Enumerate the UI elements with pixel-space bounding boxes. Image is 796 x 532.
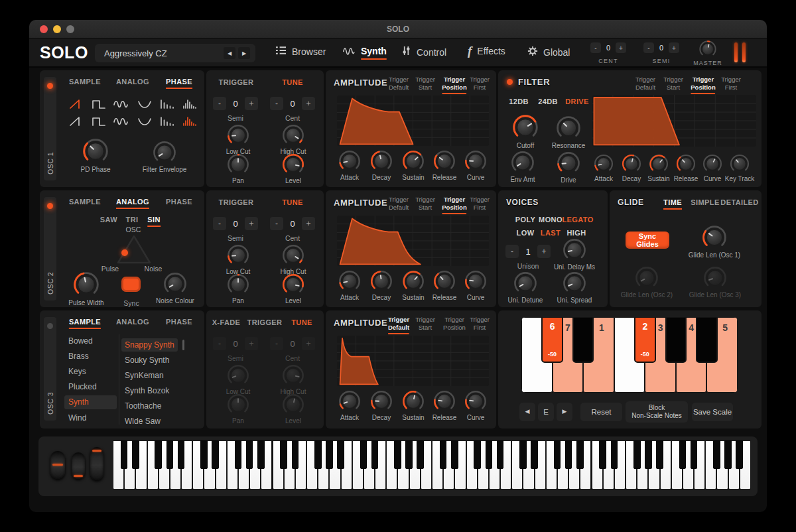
osc1-tab-trigger[interactable]: TRIGGER [219, 78, 254, 86]
minus-button[interactable]: - [270, 217, 283, 230]
curve-knob[interactable]: Curve [464, 270, 487, 293]
piano-black-key[interactable] [371, 440, 379, 469]
mod-wheel[interactable] [72, 452, 85, 479]
release-knob[interactable]: Release [433, 390, 456, 413]
filter-envelope-knob[interactable]: Filter Envelope [153, 141, 176, 165]
reset-button[interactable]: Reset [580, 403, 622, 421]
waveform-square-icon[interactable] [91, 98, 107, 110]
osc2-shape-saw[interactable]: SAW [100, 216, 117, 224]
osc1-tab-tune[interactable]: TUNE [282, 78, 303, 86]
piano-black-key[interactable] [257, 440, 265, 469]
scale-key-A#[interactable] [696, 317, 718, 363]
mix-pad[interactable] [116, 234, 152, 265]
filter-curve-knob[interactable]: Curve [702, 154, 722, 174]
filter-decay-knob[interactable]: Decay [622, 154, 641, 174]
filter-tab-trigger-start[interactable]: TriggerStart [663, 76, 683, 92]
category-brass[interactable]: Brass [68, 352, 89, 361]
glide-tab-detailed[interactable]: DETAILED [720, 198, 758, 206]
amp-tab-trigger-first[interactable]: TriggerFirst [470, 76, 490, 92]
piano-black-key[interactable] [724, 440, 732, 469]
waveform-half-sine-icon[interactable] [137, 98, 153, 110]
osc1-tab-sample[interactable]: SAMPLE [69, 78, 101, 86]
filter-tab-trigger-default[interactable]: TriggerDefault [635, 76, 655, 92]
glide-len-osc3-knob[interactable]: Glide Len (Osc 3) [703, 266, 727, 290]
piano-black-key[interactable] [440, 440, 447, 469]
scale-key-F#[interactable]: 2-50 [634, 317, 656, 363]
sustain-knob[interactable]: Sustain [402, 270, 425, 293]
piano-black-key[interactable] [326, 440, 333, 469]
amp-tab-trigger-first[interactable]: TriggerFirst [470, 196, 490, 212]
voices-priority-low[interactable]: LOW [517, 229, 535, 237]
piano-black-key[interactable] [155, 440, 162, 469]
category-synth[interactable]: Synth [68, 397, 89, 407]
uni-delay-knob[interactable]: Uni. Delay Ms [563, 238, 586, 262]
piano-black-key[interactable] [474, 440, 481, 469]
uni-spread-knob[interactable]: Uni. Spread [563, 271, 586, 295]
waveform-saw-icon[interactable] [68, 115, 84, 127]
osc3-tab-phase[interactable]: PHASE [166, 318, 192, 326]
osc2-led[interactable] [47, 203, 53, 209]
mix-pad-dot[interactable] [121, 249, 128, 256]
low-cut-knob[interactable]: Low Cut [227, 124, 249, 147]
amplitude-envelope-graph[interactable] [337, 336, 489, 386]
piano-black-key[interactable] [178, 440, 185, 469]
piano-black-key[interactable] [314, 440, 322, 469]
piano-black-key[interactable] [497, 440, 504, 469]
amp-tab-trigger-position[interactable]: TriggerPosition [442, 196, 466, 214]
filter-mode-12db[interactable]: 12DB [509, 98, 529, 105]
filter-tab-trigger-position[interactable]: TriggerPosition [691, 76, 715, 94]
drive-knob[interactable]: Drive [557, 151, 580, 175]
filter-mode-drive[interactable]: DRIVE [565, 98, 589, 105]
sample-synkeman[interactable]: SynKeman [125, 371, 164, 380]
osc2-shape-sin[interactable]: SIN [147, 216, 161, 227]
sample-list-scrollbar[interactable] [182, 340, 184, 350]
amp-tab-trigger-default[interactable]: TriggerDefault [389, 196, 409, 212]
pan-knob[interactable]: Pan [227, 153, 249, 176]
waveform-spectrum-icon[interactable] [159, 98, 175, 110]
plus-button[interactable]: + [245, 217, 258, 230]
osc2-tab-analog[interactable]: ANALOG [116, 198, 149, 209]
release-knob[interactable]: Release [433, 270, 456, 293]
osc3-tab-trigger[interactable]: TRIGGER [247, 318, 283, 326]
resonance-knob[interactable]: Resonance [556, 115, 581, 141]
sample-wide-saw[interactable]: Wide Saw [125, 417, 161, 426]
plus-button[interactable]: + [245, 97, 258, 110]
amp-tab-trigger-start[interactable]: TriggerStart [415, 76, 435, 92]
scale-prev-button[interactable]: ◀ [519, 403, 535, 421]
low-cut-knob[interactable]: Low Cut [227, 244, 249, 267]
filter-sustain-knob[interactable]: Sustain [649, 154, 669, 174]
osc2-tab-trigger[interactable]: TRIGGER [219, 198, 254, 206]
piano-black-key[interactable] [132, 440, 139, 469]
osc3-tab-tune[interactable]: TUNE [291, 318, 312, 326]
category-bowed[interactable]: Bowed [68, 336, 93, 346]
sample-synth-bozok[interactable]: Synth Bozok [125, 386, 169, 395]
piano-black-key[interactable] [691, 440, 698, 469]
filter-tab-trigger-first[interactable]: TriggerFirst [721, 76, 741, 92]
sync-glides-button[interactable]: Sync Glides [626, 232, 669, 249]
voices-mode-legato[interactable]: LEGATO [562, 216, 593, 224]
plus-button[interactable]: + [537, 245, 551, 258]
attack-knob[interactable]: Attack [338, 390, 361, 413]
piano-black-key[interactable] [121, 440, 128, 469]
piano-black-key[interactable] [405, 440, 413, 469]
piano-black-key[interactable] [246, 440, 253, 469]
osc1-tab-analog[interactable]: ANALOG [116, 78, 149, 86]
release-knob[interactable]: Release [433, 150, 456, 172]
waveform-spectrum-icon[interactable] [159, 115, 175, 127]
plus-button[interactable]: + [302, 217, 315, 230]
piano-black-key[interactable] [519, 440, 527, 469]
piano-black-key[interactable] [451, 440, 458, 469]
glide-tab-time[interactable]: TIME [663, 198, 682, 210]
waveform-resonance-icon[interactable] [182, 98, 198, 110]
semi-plus-button[interactable]: + [669, 42, 679, 53]
amplitude-envelope-graph[interactable] [337, 216, 489, 266]
voices-priority-high[interactable]: HIGH [566, 229, 586, 237]
decay-knob[interactable]: Decay [370, 150, 393, 172]
curve-knob[interactable]: Curve [464, 390, 487, 413]
preset-selector[interactable]: Aggressively CZ ◀ ▶ [95, 44, 255, 62]
category-wind[interactable]: Wind [68, 413, 86, 423]
waveform-saw-icon[interactable] [68, 98, 84, 110]
waveform-double-sine-icon[interactable] [113, 98, 129, 110]
pan-knob[interactable]: Pan [227, 273, 249, 296]
osc3-tab-sample[interactable]: SAMPLE [69, 318, 101, 329]
